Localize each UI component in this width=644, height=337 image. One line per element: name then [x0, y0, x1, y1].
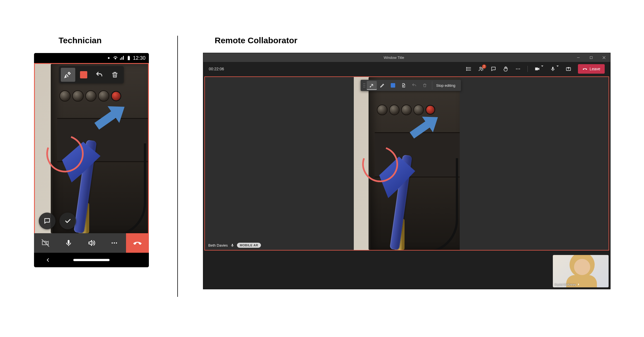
svg-point-15	[364, 83, 365, 84]
raise-hand-button[interactable]	[500, 64, 511, 74]
call-control-bar	[34, 233, 149, 253]
self-video-pip[interactable]: Krystal McKinney	[553, 255, 609, 287]
svg-point-10	[516, 69, 517, 69]
shared-mobile-feed	[354, 77, 460, 250]
camera-toggle-button[interactable]	[532, 64, 546, 74]
titlebar: Window Title	[203, 53, 610, 62]
hang-up-button[interactable]	[126, 233, 149, 253]
mic-toggle-button[interactable]	[57, 233, 80, 253]
share-button[interactable]	[563, 64, 574, 74]
nav-home-button[interactable]	[73, 259, 110, 261]
battery-icon	[126, 56, 131, 61]
maximize-button[interactable]	[585, 53, 597, 62]
svg-point-20	[370, 86, 371, 87]
pen-tool-button[interactable]	[377, 81, 388, 90]
mic-dropdown-button[interactable]	[547, 64, 562, 74]
undo-button[interactable]	[92, 68, 106, 82]
more-options-button[interactable]	[103, 233, 126, 253]
svg-point-5	[466, 67, 467, 68]
nav-back-button[interactable]	[45, 257, 50, 263]
leave-label: Leave	[590, 67, 600, 71]
confirm-button[interactable]	[59, 213, 76, 229]
minimize-button[interactable]	[572, 53, 585, 62]
color-picker-button[interactable]	[388, 81, 398, 90]
svg-point-0	[108, 57, 110, 59]
desktop-annotation-toolbar: Stop editing	[361, 80, 461, 91]
annotation-toolbar	[59, 66, 124, 83]
selected-color-swatch	[391, 83, 395, 88]
status-time: 12:30	[133, 55, 146, 61]
close-button[interactable]	[597, 53, 610, 62]
phone-screen-area	[34, 63, 149, 233]
teams-window: Window Title 00:22:06 2	[203, 53, 610, 289]
mic-icon	[577, 283, 580, 286]
phone-status-bar: 12:30	[34, 53, 149, 63]
people-button[interactable]: 2	[476, 64, 487, 74]
video-toggle-button[interactable]	[34, 233, 57, 253]
arrow-annotation	[409, 112, 441, 141]
svg-point-18	[363, 87, 364, 87]
android-nav-bar	[34, 253, 149, 267]
svg-point-19	[364, 87, 365, 87]
leave-button[interactable]: Leave	[578, 64, 605, 74]
more-actions-button[interactable]	[512, 64, 524, 74]
svg-point-12	[519, 69, 520, 69]
meeting-stage: Stop editing Beth Davies MOBILE AR Kryst…	[203, 76, 610, 289]
arrow-tool-button[interactable]	[367, 81, 377, 90]
undo-button[interactable]	[409, 81, 419, 90]
pen-tool-button[interactable]	[61, 68, 75, 82]
svg-point-8	[480, 67, 481, 69]
divider	[177, 36, 178, 297]
phone-device: 12:30	[34, 53, 149, 267]
speaker-button[interactable]	[80, 233, 103, 253]
svg-point-17	[364, 85, 365, 86]
delete-all-button[interactable]	[420, 81, 430, 90]
svg-point-16	[363, 85, 364, 86]
shared-content-frame: Stop editing Beth Davies MOBILE AR	[204, 76, 609, 251]
wifi-icon	[113, 56, 118, 61]
svg-point-1	[112, 242, 113, 244]
presenter-name: Beth Davies	[208, 243, 228, 247]
signal-icon	[120, 56, 125, 61]
selected-color-swatch	[80, 71, 87, 78]
svg-point-7	[466, 70, 467, 71]
svg-rect-4	[590, 56, 592, 59]
window-title: Window Title	[216, 56, 572, 60]
svg-point-2	[114, 242, 115, 244]
color-picker-button[interactable]	[76, 68, 91, 82]
presenter-mode-pill: MOBILE AR	[237, 243, 261, 248]
call-timer: 00:22:06	[209, 67, 224, 71]
toolbar-divider	[527, 66, 528, 72]
people-badge: 2	[482, 64, 486, 69]
call-toolbar: 00:22:06 2 Leave	[203, 62, 610, 76]
chat-button[interactable]	[39, 213, 55, 229]
svg-point-3	[116, 242, 117, 244]
arrow-annotation	[94, 101, 128, 132]
stop-editing-button[interactable]: Stop editing	[432, 81, 459, 90]
drag-handle[interactable]	[362, 81, 366, 90]
technician-label: Technician	[59, 36, 101, 45]
svg-point-11	[517, 69, 518, 69]
notification-icon	[106, 56, 111, 61]
insert-file-button[interactable]	[399, 81, 409, 90]
chat-panel-button[interactable]	[488, 64, 499, 74]
roster-button[interactable]	[463, 64, 474, 74]
remote-collab-label: Remote Collaborator	[215, 36, 297, 45]
mic-icon	[231, 244, 234, 247]
pip-name: Krystal McKinney	[555, 283, 576, 286]
svg-point-6	[466, 69, 467, 69]
camera-feed	[35, 64, 148, 233]
svg-point-14	[363, 83, 364, 84]
delete-button[interactable]	[108, 68, 122, 82]
